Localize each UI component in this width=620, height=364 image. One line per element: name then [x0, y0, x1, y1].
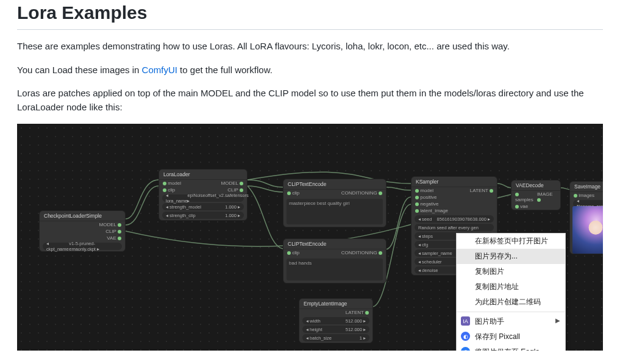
pill-width[interactable]: width512.000: [302, 317, 369, 324]
intro-p2a: You can Load these images in: [17, 65, 142, 75]
pill-lora-name[interactable]: lora_nameepiNoiseoffset_v2.safetensors: [162, 194, 244, 202]
node-title: CheckpointLoaderSimple: [40, 211, 125, 221]
pill-random[interactable]: Random seed after every gen: [415, 224, 494, 231]
slot-in-negative: negative: [420, 201, 438, 207]
slot-model: MODEL: [99, 222, 116, 227]
node-save-image[interactable]: SaveImage images filename_prefixComfyUI: [569, 181, 603, 254]
slot-out-image: IMAGE: [537, 191, 553, 197]
ctx-label: 保存到 Pixcall: [475, 332, 520, 341]
slot-in-vae: vae: [520, 204, 528, 209]
slot-in-samples: samples: [515, 197, 533, 202]
slot-in-model: model: [420, 188, 433, 193]
comfyui-link[interactable]: ComfyUI: [142, 65, 177, 75]
ctx-create-qr[interactable]: 为此图片创建二维码: [457, 294, 565, 310]
ctx-copy-image[interactable]: 复制图片: [457, 264, 565, 279]
slot-in-clip: clip: [168, 187, 175, 193]
slot-vae: VAE: [107, 235, 116, 241]
slot-out-model: MODEL: [221, 180, 238, 186]
page-title: Lora Examples: [17, 0, 603, 30]
pixcall-icon: ◐: [461, 332, 470, 341]
slot-in-model: model: [168, 180, 181, 186]
node-title: SaveImage: [570, 182, 603, 192]
node-vae-decode[interactable]: VAEDecode samplesIMAGE vae: [511, 180, 561, 210]
node-lora-loader[interactable]: LoraLoader modelMODEL clipCLIP lora_name…: [159, 169, 248, 221]
chevron-right-icon: ▶: [555, 317, 560, 324]
pill-seed[interactable]: seed8561619039078638.000: [415, 215, 494, 223]
pill-height[interactable]: height512.000: [302, 326, 369, 333]
image-context-menu[interactable]: 在新标签页中打开图片 图片另存为... 复制图片 复制图片地址 为此图片创建二维…: [456, 233, 566, 351]
slot-out-latent: LATENT: [346, 310, 364, 315]
slot-in-images: images: [579, 193, 594, 198]
node-clip-text-encode-positive[interactable]: CLIPTextEncode clipCONDITIONING masterpi…: [283, 179, 387, 227]
ctx-divider: [457, 312, 565, 312]
node-empty-latent-image[interactable]: EmptyLatentImage LATENT width512.000 hei…: [299, 298, 373, 343]
slot-out-clip: CLIP: [227, 187, 238, 193]
intro-p2b: to get the full workflow.: [177, 65, 273, 75]
node-clip-text-encode-negative[interactable]: CLIPTextEncode clipCONDITIONING bad hand…: [283, 238, 387, 284]
intro-p3: Loras are patches applied on top of the …: [17, 87, 603, 114]
pill-strength-clip[interactable]: strength_clip1.000: [162, 212, 244, 219]
ia-icon: IA: [461, 316, 470, 326]
slot-out-cond: CONDITIONING: [341, 190, 377, 196]
slot-clip: CLIP: [105, 229, 116, 234]
generated-image-thumb: [572, 206, 603, 254]
ctx-open-new-tab[interactable]: 在新标签页中打开图片: [457, 234, 565, 249]
node-title: CLIPTextEncode: [283, 179, 386, 190]
slot-in-latent: latent_image: [420, 208, 448, 213]
ctx-save-eagle[interactable]: ◉ 将图片保存至 Eagle: [457, 344, 565, 351]
node-checkpoint-loader[interactable]: CheckpointLoaderSimple MODEL CLIP VAE ck…: [39, 210, 126, 252]
ctx-save-image-as[interactable]: 图片另存为...: [457, 249, 565, 264]
ctx-label: 图片助手: [475, 317, 504, 326]
slot-in-clip: clip: [292, 250, 299, 255]
node-title: KSampler: [412, 177, 497, 187]
ctx-copy-image-address[interactable]: 复制图片地址: [457, 279, 565, 294]
prompt-text[interactable]: bad hands: [287, 259, 383, 280]
node-title: CLIPTextEncode: [283, 239, 386, 249]
slot-in-clip: clip: [292, 190, 299, 196]
ctx-save-pixcall[interactable]: ◐ 保存到 Pixcall: [457, 329, 565, 344]
intro-p2: You can Load these images in ComfyUI to …: [17, 63, 603, 77]
node-title: VAEDecode: [511, 180, 560, 191]
slot-out-latent: LATENT: [470, 188, 488, 193]
pill-ckpt-name[interactable]: ckpt_namev1-5-pruned-emaonly.ckpt: [43, 243, 122, 250]
pill-batch[interactable]: batch_size1: [302, 334, 369, 341]
prompt-text[interactable]: masterpiece best quality girl: [287, 199, 383, 224]
ctx-image-assistant[interactable]: IA 图片助手 ▶: [457, 314, 565, 329]
slot-out-cond: CONDITIONING: [341, 250, 377, 255]
ctx-label: 将图片保存至 Eagle: [475, 348, 540, 351]
node-title: LoraLoader: [159, 170, 247, 180]
node-title: EmptyLatentImage: [299, 299, 372, 309]
eagle-icon: ◉: [461, 347, 470, 351]
intro-p1: These are examples demonstrating how to …: [17, 40, 603, 54]
pill-strength-model[interactable]: strength_model1.000: [162, 203, 244, 210]
slot-in-positive: positive: [420, 194, 436, 200]
